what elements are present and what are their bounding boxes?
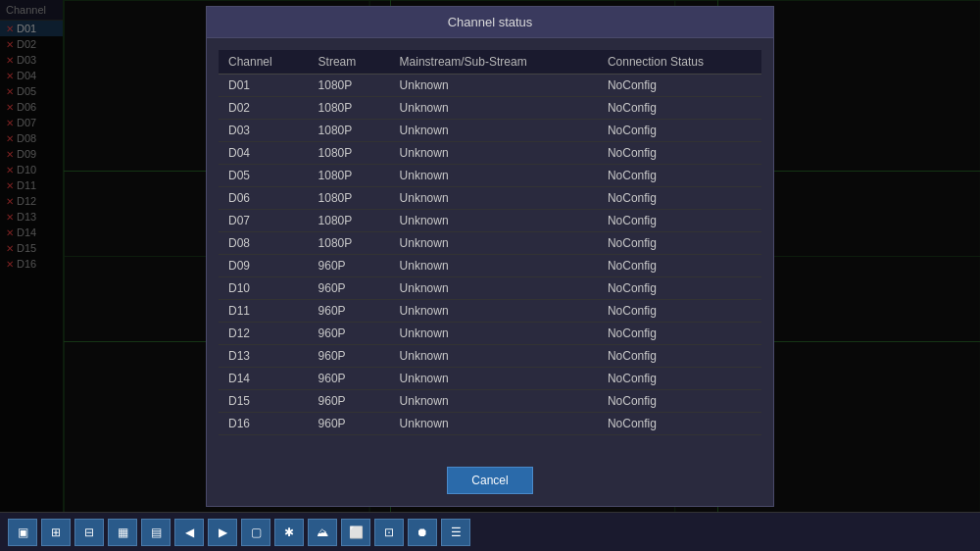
table-row: D06 1080P Unknown NoConfig — [219, 186, 761, 209]
cell-stream: 960P — [309, 276, 390, 299]
cell-mainstream: Unknown — [390, 276, 598, 299]
cell-stream: 1080P — [309, 186, 390, 209]
cell-stream: 960P — [309, 389, 390, 412]
list-button[interactable]: ☰ — [441, 519, 470, 546]
cell-channel: D03 — [219, 119, 309, 141]
cell-channel: D05 — [219, 164, 309, 186]
cell-status: NoConfig — [598, 322, 761, 344]
col-mainstream: Mainstream/Sub-Stream — [390, 50, 598, 75]
channel-table: Channel Stream Mainstream/Sub-Stream Con… — [219, 50, 761, 435]
cell-status: NoConfig — [598, 344, 761, 367]
col-status: Connection Status — [598, 50, 761, 75]
table-row: D13 960P Unknown NoConfig — [219, 344, 761, 367]
taskbar-buttons: ▣⊞⊟▦▤◀▶▢✱⛰⬜⊡⏺☰ — [8, 519, 470, 546]
cell-stream: 960P — [309, 367, 390, 389]
cell-status: NoConfig — [598, 96, 761, 119]
cell-status: NoConfig — [598, 389, 761, 412]
image-button[interactable]: ⛰ — [308, 519, 337, 546]
table-row: D04 1080P Unknown NoConfig — [219, 141, 761, 164]
cell-mainstream: Unknown — [390, 141, 598, 164]
cell-channel: D12 — [219, 322, 309, 344]
cell-status: NoConfig — [598, 164, 761, 186]
table-row: D09 960P Unknown NoConfig — [219, 254, 761, 276]
cell-status: NoConfig — [598, 119, 761, 141]
table-row: D02 1080P Unknown NoConfig — [219, 96, 761, 119]
cancel-button[interactable]: Cancel — [447, 467, 532, 494]
cell-channel: D09 — [219, 254, 309, 276]
cell-stream: 1080P — [309, 164, 390, 186]
cell-mainstream: Unknown — [390, 186, 598, 209]
cell-status: NoConfig — [598, 231, 761, 254]
cell-stream: 1080P — [309, 96, 390, 119]
cell-channel: D15 — [219, 389, 309, 412]
cell-stream: 960P — [309, 254, 390, 276]
cell-channel: D10 — [219, 276, 309, 299]
cell-channel: D13 — [219, 344, 309, 367]
layout-1x1-button[interactable]: ▣ — [8, 519, 37, 546]
cell-mainstream: Unknown — [390, 412, 598, 434]
monitor-button[interactable]: ⬜ — [341, 519, 370, 546]
cell-mainstream: Unknown — [390, 299, 598, 322]
cell-status: NoConfig — [598, 74, 761, 96]
table-row: D15 960P Unknown NoConfig — [219, 389, 761, 412]
cell-stream: 960P — [309, 344, 390, 367]
cell-stream: 960P — [309, 299, 390, 322]
table-row: D14 960P Unknown NoConfig — [219, 367, 761, 389]
modal-body: Channel Stream Mainstream/Sub-Stream Con… — [207, 38, 773, 447]
cell-channel: D08 — [219, 231, 309, 254]
table-row: D01 1080P Unknown NoConfig — [219, 74, 761, 96]
cell-channel: D16 — [219, 412, 309, 434]
cell-mainstream: Unknown — [390, 367, 598, 389]
cell-mainstream: Unknown — [390, 119, 598, 141]
cell-channel: D01 — [219, 74, 309, 96]
cell-mainstream: Unknown — [390, 164, 598, 186]
cell-mainstream: Unknown — [390, 389, 598, 412]
table-row: D12 960P Unknown NoConfig — [219, 322, 761, 344]
modal-title: Channel status — [207, 7, 773, 38]
table-header: Channel Stream Mainstream/Sub-Stream Con… — [219, 50, 761, 75]
cell-status: NoConfig — [598, 412, 761, 434]
cell-channel: D14 — [219, 367, 309, 389]
cell-status: NoConfig — [598, 299, 761, 322]
taskbar: ▣⊞⊟▦▤◀▶▢✱⛰⬜⊡⏺☰ — [0, 512, 980, 551]
channel-status-modal: Channel status Channel Stream Mainstream… — [206, 6, 774, 507]
cell-stream: 1080P — [309, 119, 390, 141]
prev-button[interactable]: ◀ — [174, 519, 204, 546]
layout-2x2-button[interactable]: ⊞ — [41, 519, 71, 546]
cell-status: NoConfig — [598, 141, 761, 164]
table-row: D10 960P Unknown NoConfig — [219, 276, 761, 299]
cell-mainstream: Unknown — [390, 254, 598, 276]
cell-channel: D06 — [219, 186, 309, 209]
layout-3x3-button[interactable]: ⊟ — [74, 519, 104, 546]
network-button[interactable]: ⊡ — [374, 519, 404, 546]
cell-mainstream: Unknown — [390, 231, 598, 254]
layout-custom-button[interactable]: ▤ — [141, 519, 171, 546]
table-row: D16 960P Unknown NoConfig — [219, 412, 761, 434]
cell-status: NoConfig — [598, 209, 761, 231]
table-row: D03 1080P Unknown NoConfig — [219, 119, 761, 141]
cell-stream: 1080P — [309, 231, 390, 254]
layout-4x4-button[interactable]: ▦ — [108, 519, 137, 546]
screen-button[interactable]: ▢ — [241, 519, 270, 546]
table-row: D05 1080P Unknown NoConfig — [219, 164, 761, 186]
table-row: D07 1080P Unknown NoConfig — [219, 209, 761, 231]
col-channel: Channel — [219, 50, 309, 75]
cell-stream: 960P — [309, 322, 390, 344]
cell-status: NoConfig — [598, 186, 761, 209]
modal-overlay: Channel status Channel Stream Mainstream… — [0, 0, 980, 512]
table-row: D08 1080P Unknown NoConfig — [219, 231, 761, 254]
settings-button[interactable]: ✱ — [274, 519, 304, 546]
cell-channel: D02 — [219, 96, 309, 119]
cell-mainstream: Unknown — [390, 96, 598, 119]
table-row: D11 960P Unknown NoConfig — [219, 299, 761, 322]
cell-mainstream: Unknown — [390, 322, 598, 344]
cell-status: NoConfig — [598, 367, 761, 389]
col-stream: Stream — [309, 50, 390, 75]
table-body: D01 1080P Unknown NoConfig D02 1080P Unk… — [219, 74, 761, 434]
cell-mainstream: Unknown — [390, 74, 598, 96]
cell-status: NoConfig — [598, 254, 761, 276]
cell-channel: D07 — [219, 209, 309, 231]
next-button[interactable]: ▶ — [208, 519, 237, 546]
cell-channel: D11 — [219, 299, 309, 322]
record-button[interactable]: ⏺ — [408, 519, 437, 546]
